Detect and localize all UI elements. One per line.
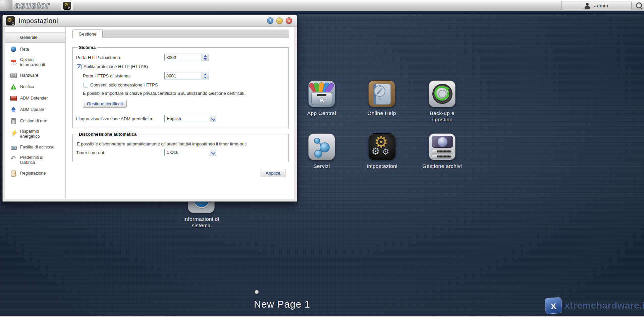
window-title: Impostazioni (18, 15, 58, 27)
desktop-icon-label: Back-up e ripristino (421, 110, 463, 123)
apply-button[interactable]: Applica (261, 169, 285, 177)
https-port-spinner[interactable] (202, 72, 209, 79)
auto-logout-legend: Disconnessione automatica (77, 132, 138, 137)
watermark-text: xtremehardware.it (565, 300, 644, 311)
gears-icon: ⚙⚙ (6, 16, 15, 25)
desktop-icon-backup[interactable]: Back-up e ripristino (429, 80, 455, 107)
certificate-manager-button[interactable]: Gestione certificati (83, 100, 127, 108)
settings-sidebar: Generale Rete Opzioni internazionali Har… (5, 27, 66, 199)
asustor-logo: asustor (15, 0, 50, 11)
https-port-label: Porta HTTPS di sistema: (83, 73, 164, 78)
desktop-icon-label: Impostazioni (361, 163, 403, 169)
http-port-input[interactable] (164, 54, 202, 61)
https-only-checkbox[interactable] (84, 83, 88, 87)
topbar-shadow-strip (0, 11, 644, 14)
settings-window: ⚙⚙ Impostazioni ? − × Generale Rete Opzi… (2, 15, 297, 202)
settings-gears-icon: ⚙ ⚙ ⚙ (369, 133, 395, 160)
sidebar-item-cestino-di-rete[interactable]: Cestino di rete (5, 116, 65, 126)
minimize-button[interactable]: − (276, 17, 283, 24)
page-label: New Page 1 (249, 299, 316, 310)
watermark: x xtremehardware.it (545, 298, 644, 314)
desktop-icon-label: Informazioni di sistema (180, 216, 222, 229)
desktop-icon-app-central[interactable]: A App Central (308, 80, 335, 107)
online-help-icon: NS (368, 80, 395, 107)
desktop-icon-gestione-archivi[interactable]: Gestione archivi (429, 133, 455, 160)
https-enable-label: Abilita protezione HTTP (HTTPS) (84, 64, 148, 69)
page-indicator-dot[interactable] (255, 290, 259, 294)
certificate-note: È possibile importare la chiave privata/… (83, 91, 285, 96)
sidebar-item-registrazione[interactable]: Registrazione (5, 168, 65, 178)
window-titlebar[interactable]: ⚙⚙ Impostazioni ? − × (3, 15, 297, 27)
drive-icon (10, 72, 17, 79)
tab-gestione[interactable]: Gestione (72, 29, 103, 38)
search-button[interactable] (635, 2, 643, 10)
desktop-icon-label: Gestione archivi (421, 163, 463, 169)
app-central-icon: A (308, 80, 335, 107)
firewall-icon (10, 95, 17, 102)
sidebar-item-facilita-di-accesso[interactable]: Facilità di accesso (5, 142, 65, 152)
user-icon (584, 3, 590, 9)
clipboard-icon (10, 170, 17, 177)
desktop-icon-impostazioni[interactable]: ⚙ ⚙ ⚙ Impostazioni (369, 133, 395, 160)
settings-content: Gestione Sistema Porta HTTP di sistema: … (66, 27, 294, 199)
desktop-icon-label: Online Help (361, 110, 402, 116)
sidebar-item-adm-update[interactable]: ADM Update (5, 105, 65, 115)
accessibility-icon (10, 144, 17, 150)
desktop-icon-servizi[interactable]: Servizi (308, 133, 335, 160)
auto-logout-note: È possibile disconnettere automaticament… (77, 141, 285, 146)
sidebar-item-risparmio-energetico[interactable]: Risparmio energetico (5, 127, 65, 141)
auto-logout-fieldset: Disconnessione automatica È possibile di… (72, 132, 289, 162)
undo-icon (10, 157, 17, 164)
sidebar-item-hardware[interactable]: Hardware (5, 70, 65, 80)
timeout-label: Timer time-out: (76, 150, 164, 155)
chevron-down-icon (210, 115, 216, 122)
storage-manager-icon (429, 133, 455, 160)
up-arrow-icon (10, 106, 17, 113)
gears-icon: ⚙⚙ (63, 2, 71, 10)
alert-icon (10, 83, 17, 90)
language-label: Lingua visualizzazione ADM predefinita: (76, 116, 164, 121)
chevron-down-icon (210, 149, 216, 156)
backup-restore-icon (429, 80, 455, 107)
taskbar-item-impostazioni[interactable]: ⚙⚙ (61, 1, 73, 10)
sidebar-item-adm-defender[interactable]: ADM Defender (5, 93, 65, 103)
http-port-label: Porta HTTP di sistema: (76, 55, 164, 60)
xtremehardware-logo-icon: x (544, 297, 562, 314)
sistema-legend: Sistema (77, 45, 97, 50)
language-select[interactable]: English (164, 115, 216, 122)
https-only-label: Consenti solo connessione HTTPS (90, 82, 158, 87)
server-icon (10, 34, 17, 41)
sidebar-item-predefiniti-di-fabbrica[interactable]: Predefiniti di fabbrica (5, 153, 65, 167)
sidebar-item-opzioni-internazionali[interactable]: Opzioni internazionali (5, 56, 65, 69)
globe-icon (10, 46, 17, 53)
bottom-edge-strip (0, 316, 644, 317)
user-menu-button[interactable]: admin (561, 1, 632, 10)
trash-icon (10, 118, 17, 124)
help-button[interactable]: ? (267, 17, 273, 24)
https-enable-checkbox[interactable] (77, 64, 82, 69)
top-bar: asustor ⚙⚙ admin (0, 0, 644, 11)
sidebar-item-generale[interactable]: Generale (5, 32, 65, 43)
username: admin (594, 3, 608, 8)
sidebar-item-notifica[interactable]: Notifica (5, 82, 65, 92)
desktop-icon-label: App Central (301, 110, 342, 116)
topbar-left-handle (0, 0, 12, 11)
close-button[interactable]: × (286, 17, 292, 24)
lightning-icon (10, 131, 17, 137)
desktop-icon-label: Servizi (301, 163, 342, 169)
timeout-select[interactable]: 1 Ora (164, 149, 216, 156)
calendar-icon (10, 59, 17, 66)
tab-strip: Gestione (72, 29, 289, 38)
sidebar-item-rete[interactable]: Rete (5, 44, 65, 54)
window-body: Generale Rete Opzioni internazionali Har… (5, 27, 294, 199)
http-port-spinner[interactable] (202, 54, 209, 61)
services-icon (308, 133, 335, 160)
sistema-fieldset: Sistema Porta HTTP di sistema: Abilita p… (72, 45, 289, 128)
https-port-input[interactable] (164, 72, 202, 79)
desktop-icon-online-help[interactable]: NS Online Help (368, 80, 395, 107)
